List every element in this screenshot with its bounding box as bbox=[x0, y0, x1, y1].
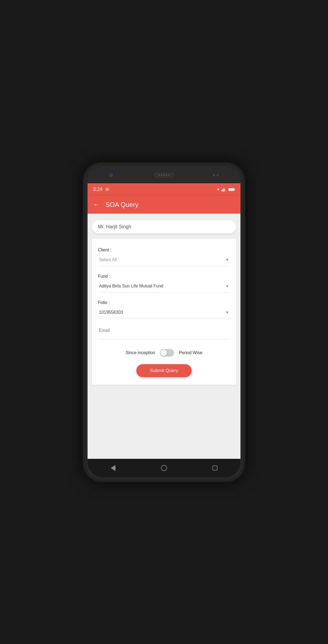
folio-divider bbox=[98, 319, 230, 319]
client-dropdown-arrow: ▼ bbox=[225, 258, 229, 262]
client-divider bbox=[98, 266, 230, 266]
app-bar: ← SOA Query bbox=[88, 196, 240, 214]
since-inception-label: Since inception bbox=[126, 350, 155, 355]
app-title: SOA Query bbox=[105, 201, 138, 209]
svg-rect-5 bbox=[234, 189, 235, 190]
toggle-thumb bbox=[160, 350, 167, 356]
submit-button[interactable]: Submit Query bbox=[136, 364, 192, 377]
phone-device: 3:24 ⚙ ▾ bbox=[83, 162, 245, 482]
fund-select[interactable]: Aditya Birla Sun Life Mutual Fund ▼ bbox=[98, 281, 230, 291]
svg-rect-4 bbox=[229, 188, 234, 191]
user-name-text: Mr. Harjit Singh bbox=[98, 224, 131, 229]
svg-rect-3 bbox=[225, 189, 226, 191]
fund-select-value: Aditya Birla Sun Life Mutual Fund bbox=[99, 284, 163, 289]
folio-label: Folio : bbox=[98, 300, 230, 305]
bottom-navigation bbox=[88, 459, 240, 477]
period-toggle[interactable] bbox=[160, 349, 174, 357]
nav-recents-button[interactable] bbox=[210, 463, 220, 473]
folio-dropdown-arrow: ▼ bbox=[225, 310, 229, 315]
screen-content: 3:24 ⚙ ▾ bbox=[88, 183, 240, 459]
folio-select[interactable]: 1019558303 ▼ bbox=[98, 307, 230, 318]
top-sensors bbox=[213, 174, 219, 176]
email-input[interactable] bbox=[99, 327, 229, 334]
email-field-group bbox=[98, 324, 230, 337]
wifi-icon: ▾ bbox=[217, 187, 219, 192]
camera bbox=[109, 173, 113, 177]
back-button[interactable]: ← bbox=[93, 200, 100, 209]
nav-home-button[interactable] bbox=[159, 463, 169, 473]
svg-rect-0 bbox=[221, 190, 222, 191]
user-search-bar[interactable]: Mr. Harjit Singh bbox=[92, 220, 236, 233]
status-time: 3:24 bbox=[93, 187, 102, 192]
fund-field-group: Fund : Aditya Birla Sun Life Mutual Fund… bbox=[98, 272, 230, 298]
battery-icon bbox=[229, 188, 235, 191]
svg-rect-2 bbox=[224, 188, 224, 191]
speaker bbox=[153, 172, 175, 178]
back-triangle-icon bbox=[111, 465, 115, 471]
form-card: Client : Select All ▼ Fund : Aditya Birl… bbox=[92, 239, 236, 385]
fund-dropdown-arrow: ▼ bbox=[225, 284, 229, 288]
fund-divider bbox=[98, 292, 230, 293]
home-circle-icon bbox=[161, 465, 167, 471]
client-field-group: Client : Select All ▼ bbox=[98, 245, 230, 272]
screen-body: Mr. Harjit Singh Client : Select All ▼ bbox=[88, 214, 240, 459]
signal-icon bbox=[221, 188, 226, 191]
phone-top-hardware bbox=[88, 167, 240, 183]
status-bar: 3:24 ⚙ ▾ bbox=[88, 183, 240, 196]
nav-back-button[interactable] bbox=[108, 463, 118, 473]
status-right: ▾ bbox=[217, 187, 235, 192]
phone-screen: 3:24 ⚙ ▾ bbox=[88, 167, 240, 477]
client-label: Client : bbox=[98, 248, 230, 252]
folio-select-value: 1019558303 bbox=[99, 310, 123, 315]
submit-btn-wrapper: Submit Query bbox=[98, 364, 230, 377]
period-toggle-row: Since inception Period Wise bbox=[98, 344, 230, 359]
settings-icon: ⚙ bbox=[105, 187, 109, 192]
recents-square-icon bbox=[213, 466, 217, 470]
email-divider bbox=[98, 339, 230, 339]
client-select-value: Select All bbox=[99, 257, 117, 262]
svg-rect-1 bbox=[223, 189, 223, 191]
fund-label: Fund : bbox=[98, 274, 230, 279]
folio-field-group: Folio : 1019558303 ▼ bbox=[98, 298, 230, 324]
client-select[interactable]: Select All ▼ bbox=[98, 255, 230, 265]
status-left: 3:24 ⚙ bbox=[93, 187, 109, 192]
period-wise-label: Period Wise bbox=[179, 350, 202, 355]
